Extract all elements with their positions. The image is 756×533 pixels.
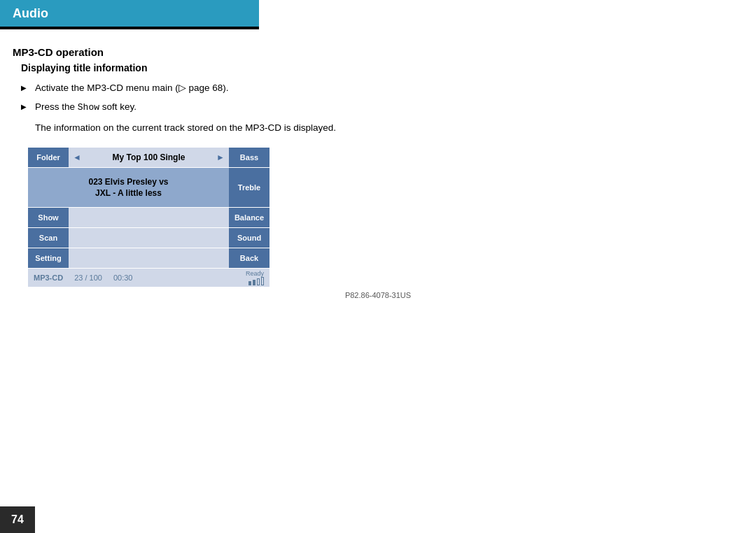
ready-text: Ready xyxy=(246,270,264,277)
bullet-text-1: Activate the MP3-CD menu main (▷ page 68… xyxy=(35,83,229,93)
bullet-item-1: Activate the MP3-CD menu main (▷ page 68… xyxy=(21,82,735,95)
page-number-value: 74 xyxy=(11,513,24,526)
back-button[interactable]: Back xyxy=(229,248,270,268)
status-time: 00:30 xyxy=(113,273,133,282)
row-setting: Setting Back xyxy=(28,248,270,268)
caption-text: P82.86-4078-31US xyxy=(21,291,735,299)
setting-button[interactable]: Setting xyxy=(28,248,69,268)
black-divider xyxy=(0,27,259,29)
bass-button[interactable]: Bass xyxy=(229,148,270,167)
status-track: 23 / 100 xyxy=(74,273,102,282)
row-show: Show Balance xyxy=(28,208,270,227)
bar-4 xyxy=(261,277,264,285)
show-code: Show xyxy=(78,102,99,113)
bullet-text-2: Press the Show soft key. xyxy=(35,101,136,112)
treble-button[interactable]: Treble xyxy=(229,168,270,207)
spacer-setting xyxy=(69,248,229,268)
device-ui: Folder ◄ My Top 100 Single ► Bass 023 El… xyxy=(28,148,270,287)
show-button[interactable]: Show xyxy=(28,208,69,227)
main-content: Displaying title information Activate th… xyxy=(0,62,756,299)
sub-header-title: MP3-CD operation xyxy=(13,46,104,58)
spacer-scan xyxy=(69,228,229,248)
folder-button[interactable]: Folder xyxy=(28,148,69,167)
track-text: 023 Elvis Presley vs JXL - A little less xyxy=(88,176,168,200)
bullet-item-2: Press the Show soft key. xyxy=(21,101,735,114)
row-folder: Folder ◄ My Top 100 Single ► Bass xyxy=(28,148,270,167)
bar-3 xyxy=(257,278,260,285)
right-arrow[interactable]: ► xyxy=(216,152,225,162)
status-ready: Ready xyxy=(246,270,264,285)
status-label: MP3-CD xyxy=(34,273,63,282)
bar-1 xyxy=(248,281,251,285)
left-arrow[interactable]: ◄ xyxy=(73,152,81,162)
section-title: Displaying title information xyxy=(21,62,735,73)
scan-button[interactable]: Scan xyxy=(28,228,69,248)
page-number: 74 xyxy=(0,506,35,533)
track-info: 023 Elvis Presley vs JXL - A little less xyxy=(28,168,229,207)
row-track: 023 Elvis Presley vs JXL - A little less… xyxy=(28,168,270,207)
status-bar: MP3-CD 23 / 100 00:30 Ready xyxy=(28,269,270,287)
paragraph-text: The information on the current track sto… xyxy=(21,121,735,135)
balance-button[interactable]: Balance xyxy=(229,208,270,227)
bullet-list: Activate the MP3-CD menu main (▷ page 68… xyxy=(21,82,735,114)
header-title: Audio xyxy=(13,6,48,21)
folder-nav: ◄ My Top 100 Single ► xyxy=(69,152,229,162)
sound-button[interactable]: Sound xyxy=(229,228,270,248)
folder-name: My Top 100 Single xyxy=(81,152,216,162)
spacer-mid xyxy=(69,208,229,227)
bar-2 xyxy=(253,280,255,285)
header-bar: Audio xyxy=(0,0,259,27)
sub-header: MP3-CD operation xyxy=(0,39,756,62)
signal-bars xyxy=(248,277,264,285)
row-scan: Scan Sound xyxy=(28,228,270,248)
